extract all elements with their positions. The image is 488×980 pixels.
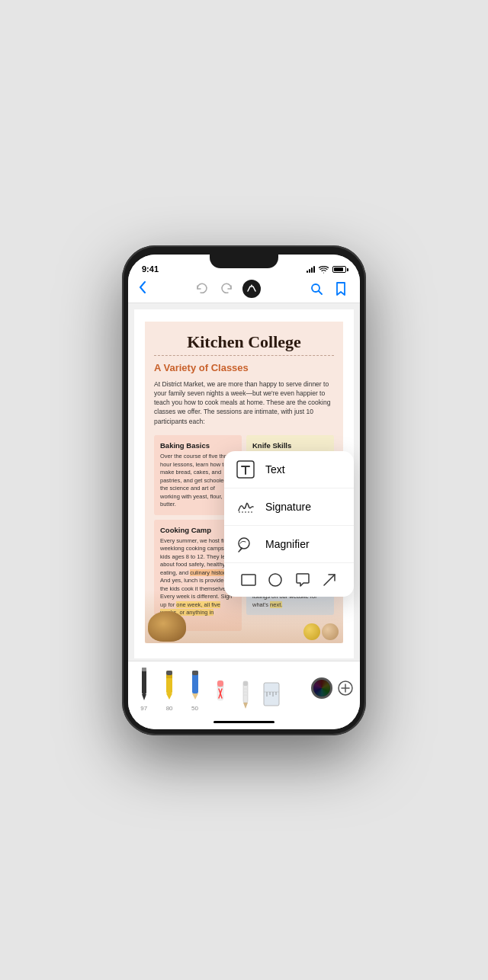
signature-menu-item[interactable]: Signature [224,488,354,526]
svg-rect-10 [142,668,146,694]
svg-rect-7 [242,575,255,585]
speech-bubble-shape-button[interactable] [294,571,312,589]
shapes-row [224,563,354,597]
add-tool-button[interactable] [336,678,355,698]
annotate-button[interactable] [242,280,261,298]
document-intro: At District Market, we are more than hap… [154,380,334,427]
eraser-tool-button[interactable] [209,665,231,712]
search-button[interactable] [308,280,325,297]
title-divider [154,355,334,356]
food-macarons-image [303,623,339,640]
svg-line-9 [324,575,335,585]
annotation-popup-menu: Text Signature [224,451,354,597]
home-indicator [128,716,360,729]
knife-skills-title: Knife Skills [252,441,328,450]
circle-shape-button[interactable] [266,571,284,589]
pencil-label: 50 [191,705,198,712]
svg-marker-14 [166,693,172,700]
svg-point-0 [251,285,252,287]
document-subtitle: A Variety of Classes [154,362,334,373]
drawing-toolbar: 97 80 50 [128,661,360,716]
svg-marker-11 [142,694,146,700]
battery-icon [332,266,346,273]
status-time: 9:41 [142,264,159,274]
back-button[interactable] [139,281,146,297]
text-icon [235,459,256,480]
svg-point-8 [269,574,281,586]
pen-tool-button[interactable]: 97 [133,665,155,712]
redo-button[interactable] [218,280,235,297]
text-menu-item[interactable]: Text [224,451,354,488]
phone-frame: 9:41 [122,245,366,735]
marker-tool-button[interactable]: 80 [158,665,180,712]
status-icons [307,266,346,274]
phone-screen: 9:41 [128,255,360,729]
pen-label: 97 [140,705,147,712]
signature-icon [235,496,256,517]
svg-rect-19 [192,671,198,675]
svg-marker-18 [192,693,198,700]
ruler-tool-button[interactable] [260,665,282,712]
signature-label: Signature [265,501,311,513]
magnifier-icon [235,533,256,555]
food-decoration [145,590,343,643]
wifi-icon [319,266,329,274]
svg-rect-31 [264,683,279,706]
nav-toolbar [128,276,360,303]
arrow-shape-button[interactable] [320,571,339,589]
bookmark-button[interactable] [332,280,349,297]
undo-button[interactable] [194,280,210,297]
text-label: Text [265,463,285,476]
svg-line-2 [319,291,322,294]
color-picker-button[interactable] [311,677,332,699]
magnifier-menu-item[interactable]: Magnifier [224,526,354,563]
content-area[interactable]: Kitchen College A Variety of Classes At … [128,303,360,661]
food-bowl-image [148,611,186,642]
svg-rect-12 [142,668,146,671]
rectangle-shape-button[interactable] [239,571,258,589]
signal-bars-icon [307,266,315,273]
baking-basics-title: Baking Basics [160,441,236,450]
magnifier-label: Magnifier [265,538,310,550]
svg-rect-21 [217,681,223,687]
pencil2-tool-button[interactable] [235,665,257,712]
notch [210,255,278,268]
document-title: Kitchen College [154,332,334,352]
svg-rect-27 [243,681,248,686]
marker-label: 80 [166,705,173,712]
pencil-tool-button[interactable]: 50 [184,665,206,712]
svg-rect-16 [166,675,172,678]
svg-marker-26 [243,703,248,709]
svg-rect-15 [166,671,172,675]
